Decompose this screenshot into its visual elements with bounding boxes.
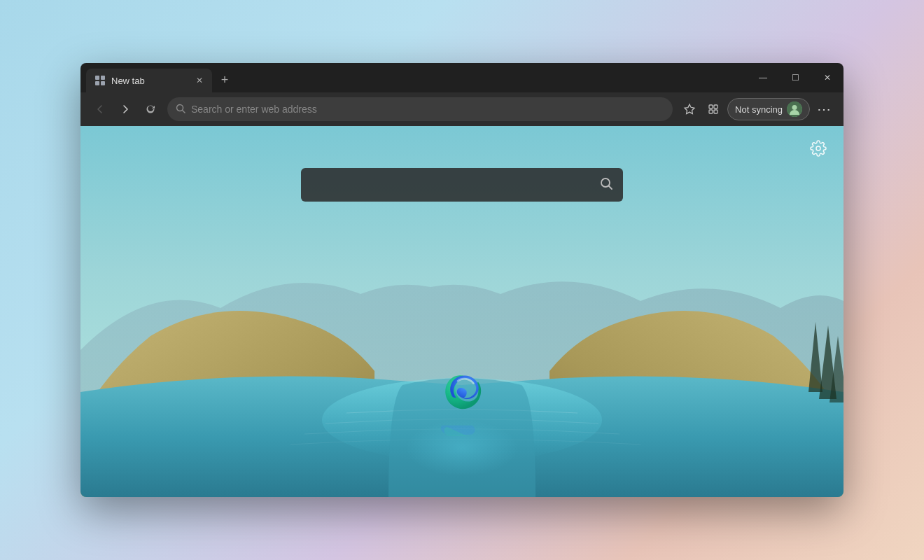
refresh-button[interactable]: [139, 98, 162, 120]
navigation-bar: Not syncing ⋯: [80, 92, 844, 126]
tab-title: New tab: [111, 76, 187, 86]
svg-rect-3: [101, 81, 105, 85]
settings-more-button[interactable]: ⋯: [813, 98, 835, 120]
content-area: [80, 126, 844, 497]
minimize-button[interactable]: —: [747, 63, 779, 92]
page-search-icon[interactable]: [599, 176, 613, 194]
tab-close-button[interactable]: ✕: [192, 74, 206, 88]
browser-window: New tab ✕ + — ☐ ✕: [80, 63, 844, 497]
svg-rect-9: [714, 110, 718, 113]
window-controls: — ☐ ✕: [747, 63, 844, 92]
not-syncing-label: Not syncing: [735, 104, 783, 115]
profile-avatar: [787, 102, 802, 117]
tab-favicon: [94, 75, 106, 86]
tab-strip: New tab ✕ +: [80, 63, 747, 92]
svg-line-16: [609, 186, 612, 189]
back-button[interactable]: [89, 98, 111, 120]
settings-button[interactable]: [807, 137, 830, 160]
svg-rect-2: [95, 81, 99, 85]
active-tab[interactable]: New tab ✕: [86, 69, 212, 92]
svg-rect-7: [714, 105, 718, 108]
page-search-box[interactable]: [301, 168, 623, 202]
new-tab-button[interactable]: +: [215, 70, 234, 90]
close-button[interactable]: ✕: [811, 63, 844, 92]
favorites-button[interactable]: [678, 98, 701, 120]
page-search-input[interactable]: [311, 179, 592, 191]
collections-button[interactable]: [702, 98, 724, 120]
edge-logo: [427, 364, 497, 441]
svg-point-11: [792, 105, 797, 110]
svg-line-5: [183, 110, 186, 113]
svg-rect-0: [95, 76, 99, 80]
svg-rect-6: [709, 105, 713, 108]
address-search-icon: [176, 104, 186, 115]
nav-actions: [678, 98, 724, 120]
page-search-container: [301, 168, 623, 202]
address-bar[interactable]: [167, 97, 673, 121]
maximize-button[interactable]: ☐: [779, 63, 811, 92]
title-bar: New tab ✕ + — ☐ ✕: [80, 63, 844, 92]
svg-rect-8: [709, 110, 713, 113]
profile-button[interactable]: Not syncing: [727, 98, 810, 120]
address-input[interactable]: [191, 104, 664, 115]
svg-rect-1: [101, 76, 105, 80]
forward-button[interactable]: [114, 98, 136, 120]
